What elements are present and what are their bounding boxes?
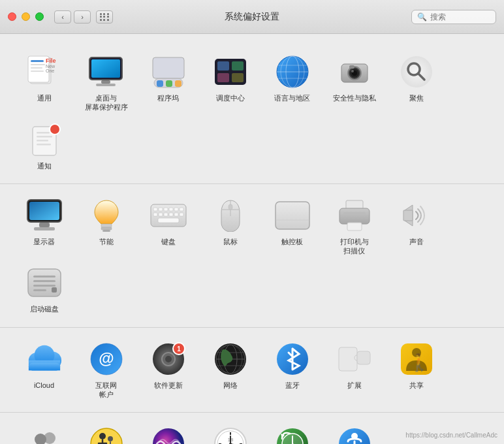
svg-rect-13 <box>153 57 184 78</box>
search-input[interactable] <box>430 12 489 22</box>
window-title: 系统偏好设置 <box>225 11 279 23</box>
pref-timemachine[interactable]: 时间机器 <box>261 420 323 444</box>
back-button[interactable]: ‹ <box>54 10 71 24</box>
users-icon <box>26 426 63 444</box>
pref-security[interactable]: 安全性与隐私 <box>323 48 385 116</box>
svg-rect-10 <box>91 59 120 78</box>
svg-rect-22 <box>232 73 244 82</box>
minimize-button[interactable] <box>22 12 30 21</box>
pref-desktop[interactable]: 桌面与屏幕保护程序 <box>75 48 137 116</box>
pref-extensions[interactable]: 扩展 <box>323 336 385 404</box>
section-personal: File New One 通用 <box>0 40 504 184</box>
pref-keyboard[interactable]: 键盘 <box>137 192 199 260</box>
icloud-label: iCloud <box>34 381 54 390</box>
svg-rect-54 <box>164 208 168 211</box>
pref-energy[interactable]: 节能 <box>75 192 137 260</box>
search-box[interactable]: 🔍 <box>411 10 496 24</box>
extensions-icon <box>336 341 373 377</box>
display-label: 显示器 <box>33 237 55 246</box>
svg-rect-56 <box>174 208 178 211</box>
svg-point-110 <box>108 436 113 441</box>
pref-datetime[interactable]: 18 日期与时间 <box>199 420 261 444</box>
pref-dock[interactable]: 程序坞 <box>137 48 199 116</box>
internet-accounts-icon: @ <box>88 341 125 377</box>
svg-rect-79 <box>33 289 46 291</box>
pref-trackpad[interactable]: 触控板 <box>261 192 323 260</box>
pref-mouse[interactable]: 鼠标 <box>199 192 261 260</box>
pref-software-update[interactable]: 1 软件更新 <box>137 336 199 404</box>
svg-rect-73 <box>347 223 362 230</box>
pref-language[interactable]: 语言与地区 <box>261 48 323 116</box>
pref-printer[interactable]: 打印机与扫描仪 <box>323 192 385 260</box>
dock-icon <box>150 54 187 90</box>
svg-rect-52 <box>153 208 157 211</box>
timemachine-icon <box>274 426 311 444</box>
svg-point-111 <box>153 428 184 444</box>
svg-rect-57 <box>180 208 183 211</box>
dock-label: 程序坞 <box>157 93 179 103</box>
pref-accessibility[interactable]: 辅助功能 <box>323 420 385 444</box>
pref-display[interactable]: 显示器 <box>13 192 75 260</box>
pref-sound[interactable]: 声音 <box>385 192 447 260</box>
pref-startup[interactable]: 启动磁盘 <box>13 259 75 317</box>
svg-rect-47 <box>34 227 55 230</box>
pref-spotlight[interactable]: 聚焦 <box>385 48 447 116</box>
section-hardware: 显示器 <box>0 184 504 328</box>
svg-rect-34 <box>349 65 354 69</box>
parental-icon <box>88 426 125 444</box>
bluetooth-icon <box>274 341 311 377</box>
svg-rect-102 <box>357 351 370 364</box>
keyboard-icon <box>150 197 187 234</box>
pref-network[interactable]: 网络 <box>199 336 261 404</box>
pref-sharing[interactable]: 🚶 共享 <box>385 336 447 404</box>
svg-rect-53 <box>159 208 163 211</box>
svg-rect-64 <box>158 218 179 223</box>
sound-icon <box>398 197 435 234</box>
grid-view-button[interactable] <box>96 10 113 24</box>
general-icon: File New One <box>26 54 63 90</box>
pref-internet-accounts[interactable]: @ 互联网帐户 <box>75 336 137 404</box>
close-button[interactable] <box>8 12 16 21</box>
notifications-label: 通知 <box>37 161 52 170</box>
maximize-button[interactable] <box>35 12 44 21</box>
svg-rect-49 <box>101 227 112 230</box>
svg-rect-76 <box>33 276 55 278</box>
svg-rect-67 <box>228 204 232 210</box>
svg-rect-68 <box>276 202 309 229</box>
desktop-label: 桌面与屏幕保护程序 <box>85 93 128 112</box>
pref-bluetooth[interactable]: 蓝牙 <box>261 336 323 404</box>
sound-label: 声音 <box>409 237 424 246</box>
svg-rect-11 <box>101 80 110 84</box>
section-internet: iCloud @ 互联网帐户 <box>0 328 504 413</box>
pref-general[interactable]: File New One 通用 <box>13 48 75 116</box>
svg-rect-48 <box>101 224 112 227</box>
icons-grid-internet: iCloud @ 互联网帐户 <box>13 336 491 404</box>
startup-label: 启动磁盘 <box>30 304 59 313</box>
pref-users[interactable]: 用户与群组 <box>13 420 75 444</box>
svg-rect-17 <box>175 80 181 87</box>
grid-dots-icon <box>100 13 110 21</box>
pref-icloud[interactable]: iCloud <box>13 336 75 404</box>
security-label: 安全性与隐私 <box>333 93 376 103</box>
nav-buttons: ‹ › <box>54 10 91 24</box>
svg-rect-20 <box>232 61 244 71</box>
svg-rect-21 <box>217 73 229 82</box>
svg-rect-3 <box>31 64 45 65</box>
section-system: 用户与群组 家长控制 <box>0 413 504 444</box>
svg-text:🚶: 🚶 <box>409 352 430 373</box>
software-update-icon: 1 <box>150 341 187 377</box>
svg-rect-16 <box>166 80 172 87</box>
spotlight-label: 聚焦 <box>409 93 424 103</box>
pref-siri[interactable]: Siri <box>137 420 199 444</box>
titlebar: ‹ › 系统偏好设置 🔍 <box>0 0 504 34</box>
pref-parental[interactable]: 家长控制 <box>75 420 137 444</box>
software-update-label: 软件更新 <box>154 381 183 390</box>
pref-mission[interactable]: 调度中心 <box>199 48 261 116</box>
svg-rect-77 <box>33 280 55 282</box>
icons-grid-system: 用户与群组 家长控制 <box>13 420 491 444</box>
network-icon <box>212 341 249 377</box>
svg-rect-45 <box>29 202 59 220</box>
svg-point-90 <box>165 356 172 362</box>
pref-notifications[interactable]: 通知 <box>13 116 75 174</box>
forward-button[interactable]: › <box>74 10 91 24</box>
